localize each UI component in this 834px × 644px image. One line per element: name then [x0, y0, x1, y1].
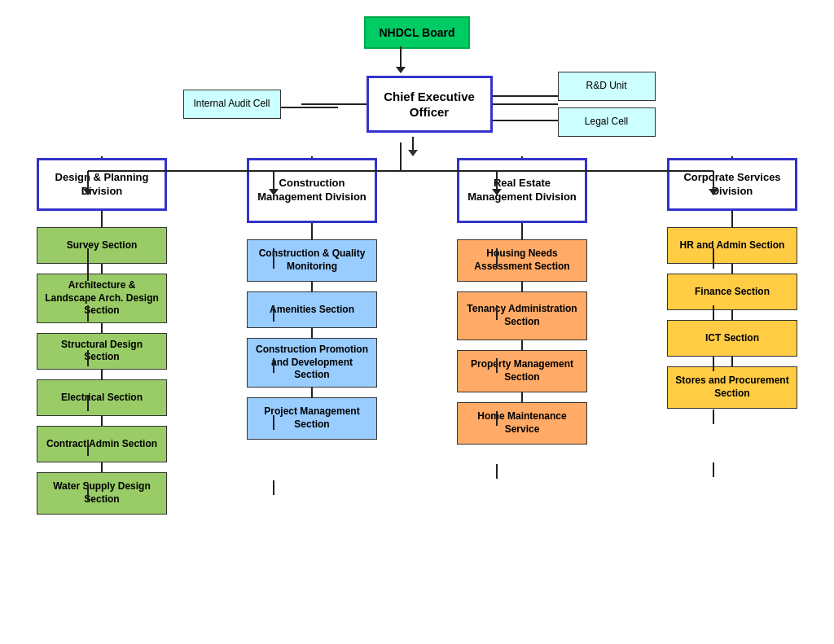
nhdcl-board-label: NHDCL Board	[379, 25, 454, 40]
real-estate-node: Real Estate Management Division	[457, 158, 587, 223]
nhdcl-board-node: NHDCL Board	[364, 16, 470, 49]
structural-label: Structural Design Section	[44, 339, 160, 364]
corporate-services-label: Corporate Services Division	[676, 171, 788, 199]
water-supply-label: Water Supply Design Section	[44, 480, 160, 506]
finance-node: Finance Section	[667, 274, 797, 310]
architecture-label: Architecture & Landscape Arch. Design Se…	[44, 279, 160, 318]
architecture-node: Architecture & Landscape Arch. Design Se…	[37, 274, 167, 323]
tenancy-admin-node: Tenancy Administration Section	[457, 291, 587, 340]
housing-needs-node: Housing Needs Assessment Section	[457, 239, 587, 282]
structural-node: Structural Design Section	[37, 333, 167, 370]
water-supply-node: Water Supply Design Section	[37, 472, 167, 515]
ceo-label: Chief Executive Officer	[375, 89, 484, 120]
ict-label: ICT Section	[705, 332, 759, 345]
construction-promo-label: Construction Promotion and Development S…	[254, 344, 370, 382]
project-mgmt-label: Project Management Section	[254, 405, 370, 431]
internal-audit-node: Internal Audit Cell	[183, 90, 281, 119]
home-maintenance-node: Home Maintenance Service	[457, 402, 587, 445]
ict-node: ICT Section	[667, 320, 797, 357]
real-estate-label: Real Estate Management Division	[466, 177, 578, 204]
corporate-services-node: Corporate Services Division	[667, 158, 797, 211]
construction-quality-node: Construction & Quality Monitoring	[247, 239, 377, 282]
rd-unit-node: R&D Unit	[558, 72, 656, 101]
construction-mgmt-node: Construction Management Division	[247, 158, 377, 223]
finance-label: Finance Section	[695, 286, 770, 299]
legal-cell-label: Legal Cell	[585, 116, 628, 129]
home-maintenance-label: Home Maintenance Service	[464, 410, 580, 436]
internal-audit-label: Internal Audit Cell	[193, 98, 270, 111]
housing-needs-label: Housing Needs Assessment Section	[464, 248, 580, 273]
construction-mgmt-division: Construction Management Division Constru…	[235, 156, 389, 515]
legal-cell-node: Legal Cell	[558, 107, 656, 137]
contract-admin-label: Contract Admin Section	[46, 438, 157, 451]
amenities-label: Amenities Section	[270, 304, 354, 317]
electrical-node: Electrical Section	[37, 379, 167, 416]
stores-procurement-node: Stores and Procurement Section	[667, 366, 797, 409]
tenancy-admin-label: Tenancy Administration Section	[464, 303, 580, 328]
survey-node: Survey Section	[37, 227, 167, 264]
construction-quality-label: Construction & Quality Monitoring	[254, 248, 370, 273]
rd-unit-label: R&D Unit	[586, 80, 626, 93]
design-planning-division: Design & Planning Division Survey Sectio…	[24, 156, 179, 515]
hr-admin-label: HR and Admin Section	[680, 239, 785, 252]
construction-mgmt-label: Construction Management Division	[256, 177, 368, 204]
project-mgmt-node: Project Management Section	[247, 397, 377, 440]
survey-label: Survey Section	[67, 239, 138, 252]
design-planning-label: Design & Planning Division	[46, 171, 158, 199]
contract-admin-node: Contract Admin Section	[37, 426, 167, 462]
property-mgmt-label: Property Management Section	[464, 358, 580, 383]
construction-promo-node: Construction Promotion and Development S…	[247, 338, 377, 388]
electrical-label: Electrical Section	[61, 392, 143, 405]
org-chart-container: NHDCL Board Internal Audit Cell Chief Ex…	[0, 0, 834, 644]
real-estate-division: Real Estate Management Division Housing …	[445, 156, 599, 515]
amenities-node: Amenities Section	[247, 291, 377, 328]
property-mgmt-node: Property Management Section	[457, 350, 587, 392]
ceo-node: Chief Executive Officer	[367, 76, 493, 133]
hr-admin-node: HR and Admin Section	[667, 227, 797, 264]
design-planning-node: Design & Planning Division	[37, 158, 167, 211]
corporate-services-division: Corporate Services Division HR and Admin…	[655, 156, 810, 515]
stores-procurement-label: Stores and Procurement Section	[674, 375, 790, 400]
